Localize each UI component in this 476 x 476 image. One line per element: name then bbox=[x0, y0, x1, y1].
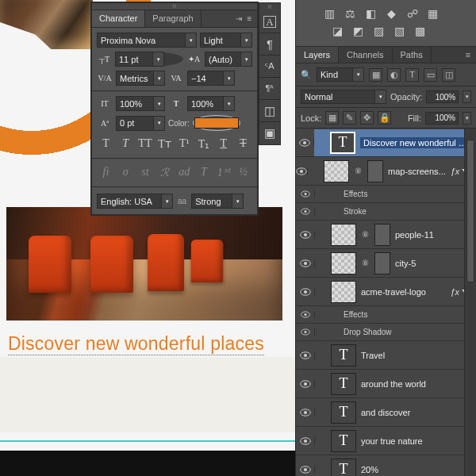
properties-icon[interactable]: ▩ bbox=[413, 25, 427, 37]
visibility-toggle[interactable] bbox=[296, 139, 314, 147]
info-icon[interactable]: ⚖ bbox=[344, 7, 357, 20]
lock-all-icon[interactable]: 🔒 bbox=[378, 111, 391, 125]
histogram-icon[interactable]: ▥ bbox=[323, 7, 336, 20]
adjustments-icon[interactable]: ▦ bbox=[426, 7, 440, 20]
char-styles-panel-icon[interactable]: ¶ᴬ bbox=[259, 78, 280, 100]
contextual-btn[interactable]: σ bbox=[118, 166, 133, 179]
blend-mode-select[interactable]: Normal bbox=[301, 90, 386, 104]
brush-icon[interactable]: ◪ bbox=[331, 25, 344, 37]
para-styles-panel-icon[interactable]: ◫ bbox=[259, 100, 280, 122]
tab-layers[interactable]: Layers bbox=[296, 47, 339, 63]
filter-pixel-icon[interactable]: ▦ bbox=[369, 68, 382, 82]
layer-item[interactable]: T Discover new wonderful pla... bbox=[296, 129, 476, 157]
panel-collapse-icon[interactable]: ⇥ bbox=[234, 14, 243, 23]
text-color-swatch[interactable] bbox=[194, 117, 239, 129]
antialias-select[interactable]: Strong bbox=[191, 194, 244, 209]
filter-smart-icon[interactable]: ◫ bbox=[442, 68, 455, 82]
effect-drop-shadow[interactable]: Drop Shadow bbox=[296, 324, 476, 341]
baseline-field[interactable]: 0 pt bbox=[116, 116, 165, 131]
layer-item[interactable]: T20% bbox=[296, 455, 476, 476]
visibility-toggle[interactable] bbox=[296, 167, 308, 175]
headline-text[interactable]: Discover new wonderful places bbox=[8, 333, 264, 355]
opacity-caret[interactable] bbox=[463, 90, 471, 103]
hscale-field[interactable]: 100% bbox=[187, 96, 235, 111]
tab-character[interactable]: Character bbox=[92, 10, 145, 27]
strike-btn[interactable]: T bbox=[236, 137, 251, 151]
fractions-btn[interactable]: 1ˢᵗ bbox=[216, 166, 231, 179]
effects-header[interactable]: Effects bbox=[296, 306, 476, 324]
channels-icon[interactable]: ▨ bbox=[372, 25, 386, 37]
filter-search-icon[interactable]: 🔍 bbox=[301, 70, 312, 80]
glyphs-panel-icon[interactable]: ᶜA bbox=[259, 56, 280, 78]
tab-channels[interactable]: Channels bbox=[339, 47, 392, 63]
smallcaps-btn[interactable]: Tᴛ bbox=[157, 137, 172, 151]
swash-btn[interactable]: st bbox=[137, 166, 152, 179]
layer-name[interactable]: people-11 bbox=[395, 230, 434, 240]
fill-caret[interactable] bbox=[463, 112, 471, 125]
libraries-icon[interactable]: ☍ bbox=[405, 7, 419, 20]
layer-name[interactable]: acme-travel-logo bbox=[361, 287, 426, 297]
layer-item[interactable]: TTravel bbox=[296, 341, 476, 370]
paragraph-panel-icon[interactable]: ¶ bbox=[259, 33, 280, 56]
filter-shape-icon[interactable]: ▭ bbox=[424, 68, 437, 82]
mask-thumb bbox=[367, 160, 383, 182]
character-panel-icon[interactable]: A bbox=[259, 11, 280, 33]
stylistic-btn[interactable]: ℛ bbox=[157, 166, 172, 179]
tab-paths[interactable]: Paths bbox=[393, 47, 432, 63]
leading-select[interactable]: (Auto) bbox=[205, 52, 252, 67]
bold-btn[interactable]: T bbox=[98, 137, 113, 151]
titling-btn[interactable]: ad bbox=[177, 166, 192, 179]
fill-field[interactable]: 100% bbox=[425, 112, 459, 125]
hscale-icon: T bbox=[168, 97, 184, 111]
layer-item[interactable]: ⑧ map-screens... ƒx bbox=[296, 157, 476, 186]
effects-header[interactable]: Effects bbox=[296, 186, 476, 203]
panel-menu-icon[interactable]: ≡ bbox=[245, 14, 254, 23]
color-circle bbox=[193, 115, 240, 131]
lock-position-icon[interactable]: ✎ bbox=[343, 111, 356, 125]
paths-icon[interactable]: ▧ bbox=[393, 25, 406, 37]
allcaps-btn[interactable]: TT bbox=[137, 137, 152, 151]
swatches-icon[interactable]: ◆ bbox=[385, 7, 398, 20]
layer-item[interactable]: Taround the world bbox=[296, 370, 476, 398]
ligatures-btn[interactable]: fi bbox=[98, 166, 113, 179]
half-btn[interactable]: ½ bbox=[236, 166, 251, 179]
vscale-field[interactable]: 100% bbox=[116, 96, 165, 111]
layer-name[interactable]: city-5 bbox=[395, 259, 416, 268]
tab-paragraph[interactable]: Paragraph bbox=[145, 10, 201, 27]
layer-name[interactable]: Discover new wonderful pla... bbox=[360, 137, 471, 148]
superscript-btn[interactable]: T¹ bbox=[177, 137, 192, 151]
layers-panel-menu-icon[interactable]: ≡ bbox=[460, 47, 476, 63]
underline-btn[interactable]: T bbox=[216, 137, 231, 151]
font-size-select[interactable]: 11 pt bbox=[115, 52, 164, 67]
type-style-row: T T TT Tᴛ T¹ T₁ T T bbox=[97, 135, 252, 153]
layer-item[interactable]: ⑧ city-5 bbox=[296, 249, 476, 278]
character-panel: Character Paragraph ⇥ ≡ Proxima Nova Lig… bbox=[91, 2, 258, 215]
lock-move-icon[interactable]: ✥ bbox=[360, 111, 374, 125]
language-select[interactable]: English: USA bbox=[97, 194, 173, 209]
layer-name[interactable]: map-screens... bbox=[388, 167, 446, 176]
link-icon: ⑧ bbox=[354, 167, 363, 175]
layer-item[interactable]: acme-travel-logo ƒx bbox=[296, 278, 476, 306]
filter-kind-select[interactable]: Kind bbox=[317, 67, 364, 82]
panel-drag-handle[interactable] bbox=[92, 3, 257, 10]
layers-scrollbar[interactable] bbox=[464, 129, 476, 476]
layer-item[interactable]: ⑧ people-11 bbox=[296, 221, 476, 249]
ordinals-btn[interactable]: T bbox=[197, 166, 212, 179]
font-family-select[interactable]: Proxima Nova bbox=[97, 33, 197, 48]
strip-drag-handle[interactable] bbox=[259, 3, 280, 11]
filter-type-icon[interactable]: T bbox=[405, 68, 419, 82]
subscript-btn[interactable]: T₁ bbox=[197, 137, 212, 151]
opacity-field[interactable]: 100% bbox=[426, 90, 459, 103]
styles-icon[interactable]: ◩ bbox=[351, 25, 365, 37]
layer-item[interactable]: Tand discover bbox=[296, 398, 476, 427]
italic-btn[interactable]: T bbox=[118, 137, 133, 151]
kerning-select[interactable]: Metrics bbox=[116, 71, 165, 86]
tracking-select[interactable]: −14 bbox=[187, 71, 235, 86]
font-style-select[interactable]: Light bbox=[200, 33, 252, 48]
wrap-panel-icon[interactable]: ▣ bbox=[259, 122, 280, 144]
effect-stroke[interactable]: Stroke bbox=[296, 203, 476, 221]
lock-pixels-icon[interactable]: ▦ bbox=[325, 111, 339, 125]
layer-item[interactable]: Tyour true nature bbox=[296, 427, 476, 455]
color-icon[interactable]: ◧ bbox=[364, 7, 378, 20]
filter-adjust-icon[interactable]: ◐ bbox=[387, 68, 401, 82]
